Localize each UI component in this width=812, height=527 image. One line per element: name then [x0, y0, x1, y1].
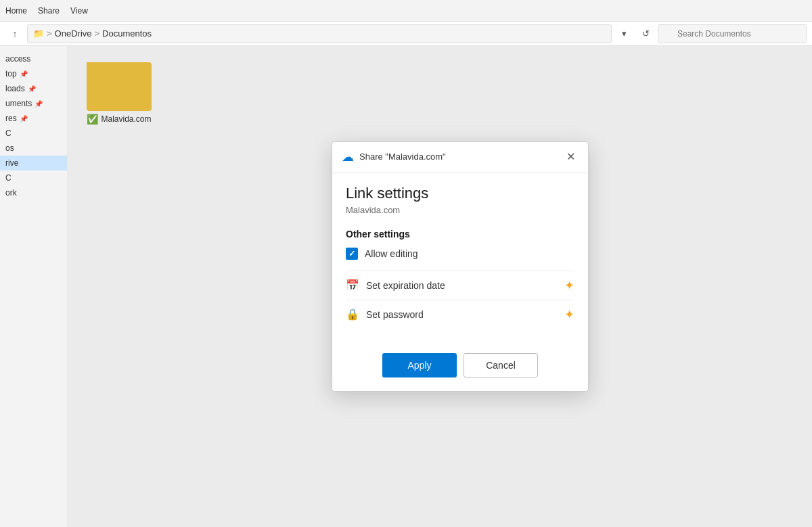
- pin-icon-documents: 📌: [35, 100, 43, 108]
- sidebar-item-network[interactable]: ork: [0, 185, 67, 200]
- set-expiration-row[interactable]: 📅 Set expiration date ✦: [346, 271, 574, 300]
- pin-icon-pictures: 📌: [20, 115, 28, 122]
- dialog-close-button[interactable]: ✕: [562, 149, 579, 165]
- sidebar-item-pictures[interactable]: res 📌: [0, 111, 67, 126]
- menu-home[interactable]: Home: [5, 6, 27, 16]
- onedrive-path[interactable]: OneDrive: [55, 28, 92, 39]
- sidebar-label-network: ork: [5, 188, 17, 198]
- set-password-row[interactable]: 🔒 Set password ✦: [346, 300, 574, 329]
- dialog-overlay: ☁ Share "Malavida.com" ✕ Link settings M…: [68, 46, 812, 527]
- allow-editing-checkbox[interactable]: ✓: [346, 248, 358, 260]
- onedrive-cloud-icon: ☁: [342, 150, 354, 164]
- sidebar-label-documents: uments: [5, 99, 32, 108]
- menu-view[interactable]: View: [70, 6, 88, 16]
- dialog-header-title: Share "Malavida.com": [359, 152, 446, 162]
- sidebar-item-os[interactable]: os: [0, 141, 67, 156]
- path-dropdown-button[interactable]: ▾: [614, 24, 633, 43]
- allow-editing-row[interactable]: ✓ Allow editing: [346, 248, 574, 260]
- sidebar-label-c1: C: [5, 129, 12, 138]
- sidebar-label-downloads: loads: [5, 84, 25, 93]
- checkmark-icon: ✓: [348, 249, 355, 258]
- premium-password-icon: ✦: [564, 307, 574, 322]
- dialog-footer: Apply Cancel: [332, 342, 588, 391]
- sidebar-label-c2: C: [5, 173, 12, 183]
- file-area: ✅ Malavida.com ☁ Share "Malavida.com" ✕ …: [68, 46, 812, 527]
- main-layout: access top 📌 loads 📌 uments 📌 res 📌 C os…: [0, 46, 812, 527]
- sidebar-item-downloads[interactable]: loads 📌: [0, 81, 67, 96]
- sidebar-label-top: top: [5, 69, 17, 78]
- sidebar-label-pictures: res: [5, 114, 17, 123]
- title-bar: Home Share View: [0, 0, 812, 22]
- sidebar-label-drive: rive: [5, 158, 18, 168]
- menu-share[interactable]: Share: [38, 6, 60, 16]
- pin-icon-top: 📌: [20, 70, 28, 78]
- sidebar-item-access[interactable]: access: [0, 51, 67, 66]
- pin-icon-downloads: 📌: [28, 85, 36, 93]
- share-dialog: ☁ Share "Malavida.com" ✕ Link settings M…: [332, 141, 589, 392]
- sidebar-item-c2[interactable]: C: [0, 170, 67, 185]
- sidebar-item-documents[interactable]: uments 📌: [0, 96, 67, 111]
- sidebar: access top 📌 loads 📌 uments 📌 res 📌 C os…: [0, 46, 68, 527]
- apply-button[interactable]: Apply: [382, 353, 457, 377]
- sidebar-item-top[interactable]: top 📌: [0, 66, 67, 81]
- dialog-title-row: ☁ Share "Malavida.com": [342, 150, 446, 164]
- dialog-header: ☁ Share "Malavida.com" ✕: [332, 142, 588, 173]
- search-input[interactable]: [658, 24, 807, 43]
- premium-expiration-icon: ✦: [564, 278, 574, 293]
- sidebar-item-c1[interactable]: C: [0, 126, 67, 141]
- address-bar: ↑ 📁 > OneDrive > Documentos ▾ ↺ 🔍: [0, 22, 812, 46]
- allow-editing-label: Allow editing: [365, 248, 418, 259]
- up-button[interactable]: ↑: [5, 24, 24, 43]
- calendar-icon: 📅: [346, 279, 359, 292]
- dialog-body: Link settings Malavida.com Other setting…: [332, 173, 588, 342]
- address-path[interactable]: 📁 > OneDrive > Documentos: [27, 24, 612, 43]
- sidebar-label-os: os: [5, 143, 14, 153]
- cancel-button[interactable]: Cancel: [464, 353, 538, 377]
- title-bar-nav: Home Share View: [5, 6, 88, 16]
- documentos-path[interactable]: Documentos: [102, 28, 152, 39]
- refresh-button[interactable]: ↺: [636, 24, 655, 43]
- sidebar-item-drive[interactable]: rive: [0, 156, 67, 170]
- folder-icon-small: 📁: [33, 28, 44, 39]
- set-password-label: Set password: [366, 309, 558, 320]
- sidebar-label-access: access: [5, 54, 30, 64]
- search-container: 🔍: [658, 24, 807, 43]
- lock-icon: 🔒: [346, 308, 359, 321]
- set-expiration-label: Set expiration date: [366, 280, 558, 291]
- other-settings-label: Other settings: [346, 229, 574, 239]
- link-settings-subtitle: Malavida.com: [346, 205, 574, 215]
- link-settings-title: Link settings: [346, 185, 574, 202]
